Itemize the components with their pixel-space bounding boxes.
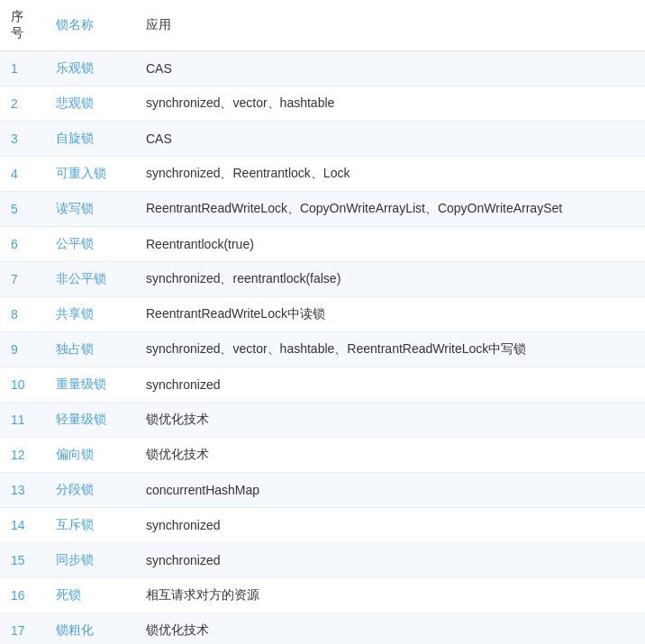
cell-name: 分段锁 bbox=[45, 473, 135, 508]
cell-index: 9 bbox=[0, 332, 45, 367]
cell-name: 独占锁 bbox=[45, 332, 135, 367]
cell-app: concurrentHashMap bbox=[135, 473, 645, 508]
table-row: 11轻量级锁锁优化技术 bbox=[0, 403, 645, 438]
cell-app: CAS bbox=[135, 51, 645, 86]
cell-app: synchronized bbox=[135, 508, 645, 543]
cell-index: 16 bbox=[0, 578, 45, 613]
cell-app: ReentrantReadWriteLock、CopyOnWriteArrayL… bbox=[135, 192, 645, 227]
header-app: 应用 bbox=[135, 0, 645, 51]
cell-app: 锁优化技术 bbox=[135, 403, 645, 438]
cell-index: 17 bbox=[0, 613, 45, 645]
cell-app: synchronized、vector、hashtable bbox=[135, 86, 645, 122]
table-header-row: 序号 锁名称 应用 bbox=[0, 0, 645, 51]
table-row: 17锁粗化锁优化技术 bbox=[0, 613, 645, 645]
cell-name: 锁粗化 bbox=[45, 613, 135, 645]
table-row: 3自旋锁CAS bbox=[0, 122, 645, 157]
cell-name: 共享锁 bbox=[45, 297, 135, 332]
cell-name: 重量级锁 bbox=[45, 367, 135, 403]
cell-index: 7 bbox=[0, 262, 45, 297]
cell-name: 非公平锁 bbox=[45, 262, 135, 297]
table-row: 1乐观锁CAS bbox=[0, 51, 645, 86]
cell-index: 10 bbox=[0, 367, 45, 403]
table-row: 7非公平锁synchronized、reentrantlock(false) bbox=[0, 262, 645, 297]
cell-index: 3 bbox=[0, 122, 45, 157]
cell-index: 8 bbox=[0, 297, 45, 332]
cell-app: synchronized、vector、hashtable、ReentrantR… bbox=[135, 332, 645, 367]
cell-app: CAS bbox=[135, 122, 645, 157]
cell-app: synchronized、reentrantlock(false) bbox=[135, 262, 645, 297]
cell-index: 2 bbox=[0, 86, 45, 122]
cell-name: 可重入锁 bbox=[45, 157, 135, 192]
table-row: 16死锁相互请求对方的资源 bbox=[0, 578, 645, 613]
cell-app: ReentrantReadWriteLock中读锁 bbox=[135, 297, 645, 332]
cell-index: 5 bbox=[0, 192, 45, 227]
cell-name: 轻量级锁 bbox=[45, 403, 135, 438]
cell-name: 悲观锁 bbox=[45, 86, 135, 122]
cell-index: 15 bbox=[0, 543, 45, 578]
table-row: 15同步锁synchronized bbox=[0, 543, 645, 578]
main-container: 序号 锁名称 应用 1乐观锁CAS2悲观锁synchronized、vector… bbox=[0, 0, 645, 644]
table-row: 8共享锁ReentrantReadWriteLock中读锁 bbox=[0, 297, 645, 332]
cell-index: 4 bbox=[0, 157, 45, 192]
cell-index: 6 bbox=[0, 227, 45, 262]
cell-name: 读写锁 bbox=[45, 192, 135, 227]
cell-name: 自旋锁 bbox=[45, 122, 135, 157]
locks-table: 序号 锁名称 应用 1乐观锁CAS2悲观锁synchronized、vector… bbox=[0, 0, 645, 644]
cell-index: 12 bbox=[0, 438, 45, 473]
table-row: 2悲观锁synchronized、vector、hashtable bbox=[0, 86, 645, 122]
cell-index: 11 bbox=[0, 403, 45, 438]
cell-app: 锁优化技术 bbox=[135, 613, 645, 645]
cell-app: Reentrantlock(true) bbox=[135, 227, 645, 262]
table-row: 6公平锁Reentrantlock(true) bbox=[0, 227, 645, 262]
cell-app: synchronized、Reentrantlock、Lock bbox=[135, 157, 645, 192]
cell-name: 同步锁 bbox=[45, 543, 135, 578]
cell-app: 锁优化技术 bbox=[135, 438, 645, 473]
table-row: 13分段锁concurrentHashMap bbox=[0, 473, 645, 508]
table-row: 9独占锁synchronized、vector、hashtable、Reentr… bbox=[0, 332, 645, 367]
cell-name: 公平锁 bbox=[45, 227, 135, 262]
cell-name: 偏向锁 bbox=[45, 438, 135, 473]
table-row: 5读写锁ReentrantReadWriteLock、CopyOnWriteAr… bbox=[0, 192, 645, 227]
cell-name: 互斥锁 bbox=[45, 508, 135, 543]
cell-app: synchronized bbox=[135, 367, 645, 403]
cell-name: 乐观锁 bbox=[45, 51, 135, 86]
cell-app: 相互请求对方的资源 bbox=[135, 578, 645, 613]
header-index: 序号 bbox=[0, 0, 45, 51]
header-name: 锁名称 bbox=[45, 0, 135, 51]
cell-index: 14 bbox=[0, 508, 45, 543]
cell-index: 13 bbox=[0, 473, 45, 508]
cell-app: synchronized bbox=[135, 543, 645, 578]
table-row: 14互斥锁synchronized bbox=[0, 508, 645, 543]
table-row: 10重量级锁synchronized bbox=[0, 367, 645, 403]
cell-index: 1 bbox=[0, 51, 45, 86]
table-row: 4可重入锁synchronized、Reentrantlock、Lock bbox=[0, 157, 645, 192]
table-row: 12偏向锁锁优化技术 bbox=[0, 438, 645, 473]
cell-name: 死锁 bbox=[45, 578, 135, 613]
